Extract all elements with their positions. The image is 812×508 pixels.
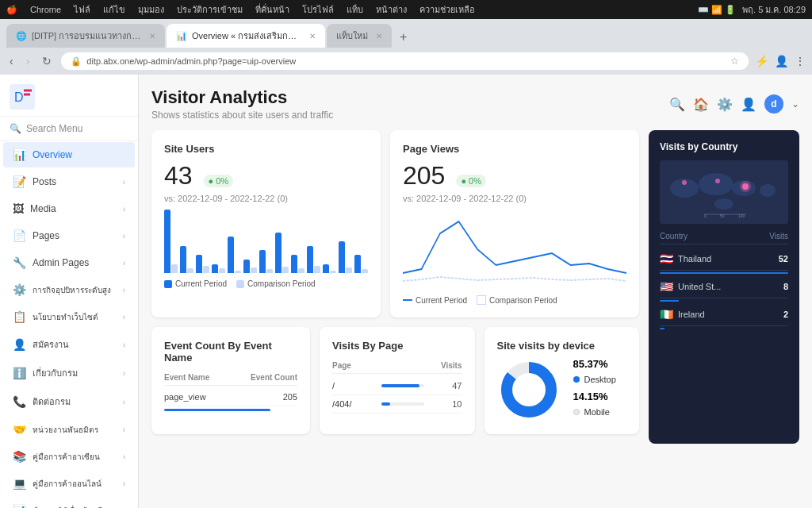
media-arrow: › — [123, 205, 125, 214]
visits-by-country-panel: Visits by Country — [649, 130, 799, 444]
bar-compare — [314, 266, 320, 273]
svg-point-11 — [714, 198, 733, 210]
bar-group — [275, 233, 289, 273]
pages-icon: 📄 — [13, 229, 26, 242]
item6-icon: 📋 — [13, 310, 26, 323]
reload-button[interactable]: ↻ — [39, 53, 55, 69]
svg-point-14 — [682, 180, 687, 185]
window-menu[interactable]: หน้าต่าง — [376, 2, 407, 17]
sidebar-item-media[interactable]: 🖼 Media › — [3, 196, 135, 221]
bar-group — [307, 246, 320, 273]
mobile-label: Mobile — [584, 407, 610, 417]
sidebar-item-11[interactable]: 📚 คู่มือการค้าอาเซียน › — [3, 444, 135, 469]
tab-2-close[interactable]: ✕ — [376, 32, 382, 40]
sidebar-item-9[interactable]: 📞 ติดต่อกรม › — [3, 388, 135, 415]
menu-icon[interactable]: ⋮ — [795, 55, 806, 67]
tab-menu[interactable]: แท็บ — [347, 2, 363, 17]
svg-text:D: D — [14, 90, 24, 104]
bookmarks-menu[interactable]: ที่คั่นหน้า — [255, 2, 289, 17]
item12-icon: 💻 — [13, 477, 26, 490]
country-list: 🇹🇭 Thailand 52 🇺🇸 United St... 8 — [660, 248, 788, 329]
search-header-icon[interactable]: 🔍 — [669, 97, 685, 112]
current-period-dot — [164, 280, 172, 288]
sidebar-item-posts[interactable]: 📝 Posts › — [3, 169, 135, 194]
pv-current-dot — [403, 299, 412, 301]
sidebar-item-admin[interactable]: 🔧 Admin Pages › — [3, 250, 135, 275]
site-users-title: Site Users — [164, 143, 368, 155]
search-icon: 🔍 — [10, 123, 21, 134]
bar-group — [291, 255, 304, 273]
settings-icon[interactable]: ⚙️ — [717, 97, 733, 112]
svg-point-15 — [715, 179, 720, 183]
mobile-item: 14.15% — [573, 391, 616, 402]
collapse-panel-icon[interactable]: ⌄ — [791, 98, 799, 110]
extensions-icon[interactable]: ⚡ — [755, 55, 768, 67]
view-menu[interactable]: มุมมอง — [138, 2, 164, 17]
admin-label: Admin Pages — [33, 257, 89, 268]
site-users-card: Site Users 43 ● 0% vs: 2022-12-09 - 2022… — [151, 130, 381, 318]
sidebar-item-12[interactable]: 💻 คู่มือการค้าออนไลน์ › — [3, 471, 135, 496]
mac-top-bar: 🍎 Chrome ไฟล์ แก้ไข มุมมอง ประวัติการเข้… — [0, 0, 812, 19]
profiles-menu[interactable]: โปรไฟล์ — [302, 2, 334, 17]
address-bar: ‹ › ↻ 🔒 ditp.abx.one/wp-admin/admin.php?… — [0, 48, 812, 75]
sidebar-item-7[interactable]: 👤 สมัครงาน › — [3, 331, 135, 358]
tab-1-close[interactable]: ✕ — [309, 32, 316, 40]
visits-progress-0 — [381, 384, 424, 387]
visits-by-page-card: Visits By Page Page Visits / 47 — [320, 327, 475, 434]
history-menu[interactable]: ประวัติการเข้าชม — [177, 2, 243, 17]
file-menu[interactable]: ไฟล์ — [74, 2, 90, 17]
tab-1[interactable]: 📊 Overview « กรมส่งเสริมการค้าระ... ✕ — [167, 24, 325, 48]
profile-icon[interactable]: 👤 — [775, 55, 788, 67]
sidebar-item-8[interactable]: ℹ️ เกี่ยวกับกรม › — [3, 360, 135, 387]
tab-0-favicon: 🌐 — [16, 31, 27, 41]
sidebar-item-10[interactable]: 🤝 หน่วยงานพันธมิตร › — [3, 417, 135, 442]
bar-group — [164, 210, 178, 273]
sidebar-item-pages[interactable]: 📄 Pages › — [3, 223, 135, 248]
item7-arrow: › — [123, 341, 125, 349]
app-header: Visitor Analytics Shows statistics about… — [151, 87, 799, 121]
back-button[interactable]: ‹ — [6, 53, 17, 69]
tab-1-label: Overview « กรมส่งเสริมการค้าระ... — [192, 29, 301, 43]
admin-icon: 🔧 — [13, 256, 26, 269]
item12-label: คู่มือการค้าออนไลน์ — [33, 478, 102, 490]
bar-current — [291, 255, 297, 273]
sidebar-item-6[interactable]: 📋 นโยบายทำเว็บไซต์ › — [3, 304, 135, 329]
visits-progress-1 — [381, 402, 424, 406]
url-bar[interactable]: 🔒 ditp.abx.one/wp-admin/admin.php?page=u… — [61, 52, 749, 70]
main-with-panel: Site Users 43 ● 0% vs: 2022-12-09 - 2022… — [151, 130, 799, 444]
star-icon[interactable]: ☆ — [730, 56, 739, 67]
visits-fill-1 — [381, 402, 390, 406]
item7-label: สมัครงาน — [33, 337, 69, 352]
name-1: United St... — [678, 282, 721, 291]
pv-current-label: Current Period — [416, 296, 467, 305]
bar-current — [243, 260, 250, 273]
flag-0: 🇹🇭 — [660, 252, 673, 265]
bar-compare — [187, 268, 193, 273]
tab-0[interactable]: 🌐 [DITP] การอบรมแนวทางการใช้... ✕ — [6, 24, 165, 48]
page-views-compare: vs: 2022-12-09 - 2022-12-22 (0) — [403, 194, 626, 203]
sidebar-item-5[interactable]: ⚙️ การกิจอุปบิหารระดับสูง › — [3, 277, 135, 302]
sidebar-search[interactable]: 🔍 Search Menu — [0, 117, 138, 141]
user-icon[interactable]: 👤 — [741, 97, 756, 112]
event-bar — [164, 409, 270, 411]
chrome-menu[interactable]: Chrome — [30, 5, 61, 14]
forward-button[interactable]: › — [23, 53, 33, 69]
event-count-title: Event Count By Event Name — [164, 340, 297, 364]
item9-icon: 📞 — [13, 395, 26, 408]
user-avatar[interactable]: d — [764, 94, 783, 114]
help-menu[interactable]: ความช่วยเหลือ — [419, 2, 475, 17]
visits-1: 8 — [783, 282, 788, 291]
tab-0-close[interactable]: ✕ — [149, 32, 155, 40]
badge-pct: 0% — [216, 176, 228, 186]
site-users-badge: ● 0% — [204, 175, 234, 187]
new-tab-button[interactable]: + — [393, 27, 413, 48]
edit-menu[interactable]: แก้ไข — [103, 2, 125, 17]
pv-compare-label: Comparison Period — [489, 296, 557, 305]
visits-by-page-title: Visits By Page — [332, 340, 462, 352]
sidebar-item-13[interactable]: 📊 ข้อมูลสถิติเรื่องร้องเรียน › — [3, 498, 135, 508]
home-icon[interactable]: 🏠 — [693, 97, 709, 112]
bar-group — [354, 255, 368, 273]
sidebar-item-overview[interactable]: 📊 Overview — [3, 142, 135, 167]
tab-2[interactable]: แท็บใหม่ ✕ — [327, 24, 392, 48]
item10-icon: 🤝 — [13, 423, 26, 436]
